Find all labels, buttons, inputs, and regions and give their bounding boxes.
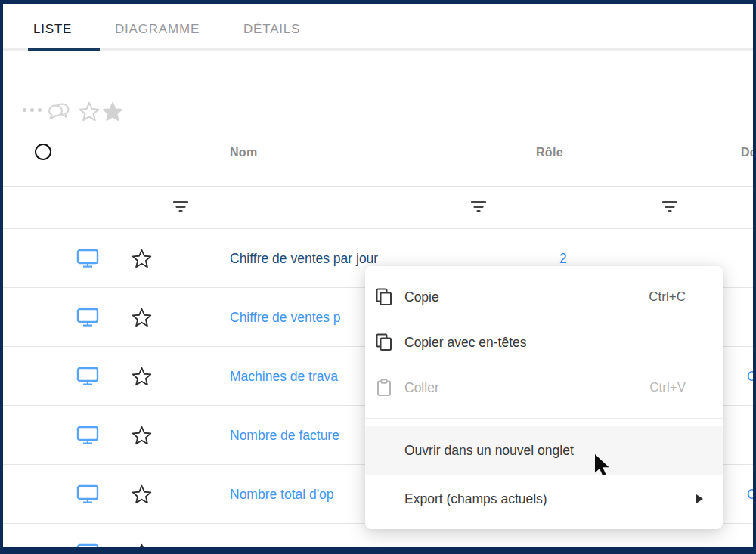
star-outline-icon[interactable] [79,101,100,122]
report-link[interactable]: Nombre total d'op [230,486,334,502]
shortcut-label: Ctrl+C [649,289,686,305]
tab-liste[interactable]: LISTE [33,22,72,37]
more-ellipsis-icon[interactable] [23,108,42,112]
favorite-star-icon[interactable] [132,543,152,554]
description-value: C [747,545,756,554]
report-link[interactable]: Chiffre de ventes p [230,309,341,325]
monitor-icon[interactable] [76,249,99,268]
column-header-role: Rôle [536,146,563,159]
monitor-icon[interactable] [76,543,99,554]
report-link[interactable]: Chiffre de ventes par jour [230,250,378,266]
copy-icon [375,288,393,306]
monitor-icon[interactable] [76,484,99,504]
column-header-nom: Nom [230,146,257,159]
monitor-icon[interactable] [76,367,99,386]
copy-icon [375,333,393,351]
select-all-radio[interactable] [35,144,51,160]
filter-row [3,187,753,229]
menu-item-paste[interactable]: Coller Ctrl+V [365,365,723,410]
tab-diagramme[interactable]: DIAGRAMME [115,22,200,37]
comments-icon[interactable] [47,101,71,122]
monitor-icon[interactable] [76,308,99,327]
report-link[interactable]: Nombres de coupes de bois à retr [230,545,429,554]
item-toolbar [3,99,753,125]
favorite-star-icon[interactable] [132,367,152,386]
report-list-window: LISTE DIAGRAMME DÉTAILS Nom [0,0,756,554]
tabbar-divider [3,48,753,51]
report-link[interactable]: Machines de trava [230,368,338,384]
menu-item-export[interactable]: Export (champs actuels) [365,475,723,523]
role-value: 2 [559,250,567,266]
favorite-star-icon[interactable] [132,308,152,327]
tab-details[interactable]: DÉTAILS [243,22,300,37]
description-value: C [747,368,756,384]
menu-item-copy-with-headers[interactable]: Copier avec en-têtes [365,320,723,365]
favorite-star-icon[interactable] [132,249,152,268]
active-tab-indicator [28,48,100,51]
tab-bar: LISTE DIAGRAMME DÉTAILS [3,4,753,51]
shortcut-label: Ctrl+V [649,380,686,395]
context-menu: Copie Ctrl+C Copier avec en-têtes Coller… [365,266,723,529]
favorite-star-icon[interactable] [132,484,152,504]
table-header: Nom Rôle Des [3,131,753,187]
menu-item-copy[interactable]: Copie Ctrl+C [365,274,723,320]
column-header-description: Des [741,146,756,159]
paste-icon [375,379,393,397]
monitor-icon[interactable] [76,426,99,445]
filter-icon-nom[interactable] [172,201,189,215]
menu-item-open-new-tab[interactable]: Ouvrir dans un nouvel onglet [365,426,723,475]
submenu-arrow-icon [696,494,703,503]
menu-separator [365,418,723,419]
description-value: C [747,486,756,502]
favorite-star-icon[interactable] [132,426,152,445]
role-value: 2 [559,545,567,554]
filter-icon-description[interactable] [662,201,678,215]
star-filled-icon[interactable] [102,101,123,122]
filter-icon-role[interactable] [470,201,487,215]
report-link[interactable]: Nombre de facture [230,427,339,443]
